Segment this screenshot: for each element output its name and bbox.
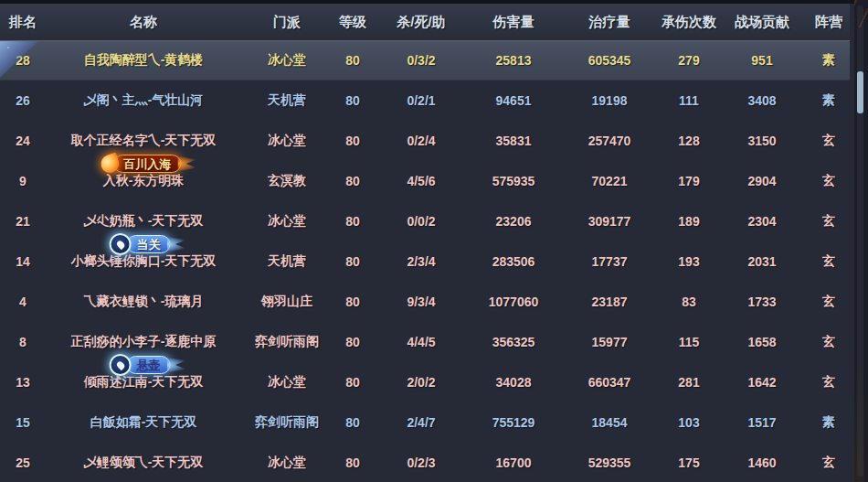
level-cell: 80 [333,322,373,362]
sect-cell: 冰心堂 [241,41,333,80]
damage-cell: 94651 [470,80,557,121]
column-header-healing: 治疗量 [557,4,662,40]
healing-cell: 605345 [557,41,662,80]
sect-cell: 弈剑听雨阁 [241,322,333,362]
faction-cell: 素 [808,80,850,121]
kda-cell: 4/5/6 [373,161,470,201]
damage-cell: 23206 [470,201,557,241]
hits-taken-cell: 193 [662,241,716,282]
table-row[interactable]: 28 自我陶醉型乀-黄鹤楼 冰心堂 80 0/3/2 25813 605345 … [0,40,850,80]
player-name: 自我陶醉型乀-黄鹤楼 [84,52,204,69]
column-header-level: 等级 [333,4,373,40]
table-row[interactable]: 15 白飯如霜-天下无双 弈剑听雨阁 80 2/4/7 755129 18454… [0,402,850,443]
level-cell: 80 [333,282,373,322]
table-body: 28 自我陶醉型乀-黄鹤楼 冰心堂 80 0/3/2 25813 605345 … [0,40,850,482]
player-name-cell: 乄阁丶主灬-气壮山河 [46,80,241,121]
hits-taken-cell: 83 [662,282,716,322]
player-name: 小榔头锤你胸口-天下无双 [71,253,217,270]
column-header-rank: 排名 [0,4,46,40]
faction-cell: 玄 [808,443,850,482]
rank-cell: 24 [0,121,46,161]
rank-cell: 13 [0,362,46,402]
damage-cell: 35831 [470,121,557,161]
kda-cell: 0/0/2 [373,201,470,241]
rank-cell: 25 [0,443,46,482]
level-cell: 80 [333,241,373,282]
column-header-damage: 伤害量 [470,4,557,40]
damage-cell: 356325 [470,322,557,362]
player-name-cell: 悬壶 倾雨述江南-天下无双 [46,362,241,402]
level-cell: 80 [333,121,373,161]
healing-cell: 309177 [557,201,662,241]
player-name: 乄尐奶瓶丶-天下无双 [84,213,204,230]
faction-cell: 玄 [808,322,850,362]
contribution-cell: 1460 [716,443,808,482]
contribution-cell: 951 [716,41,808,80]
rank-cell: 28 [0,41,46,80]
contribution-cell: 1642 [716,362,808,402]
kda-cell: 0/2/3 [373,443,470,482]
player-name: 正刮痧的小李子-逐鹿中原 [71,334,217,350]
hits-taken-cell: 179 [662,161,716,201]
player-name-cell: 乁藏衣鲤锁丶-琉璃月 [46,282,241,322]
player-name: 白飯如霜-天下无双 [90,414,197,431]
level-cell: 80 [333,80,373,121]
column-header-name: 名称 [46,4,241,40]
healing-cell: 23187 [557,282,662,322]
kda-cell: 0/3/2 [373,41,470,80]
damage-cell: 1077060 [470,282,557,322]
table-row[interactable]: 21 乄尐奶瓶丶-天下无双 冰心堂 80 0/0/2 23206 309177 … [0,201,850,241]
scrollbar-track[interactable] [857,5,863,477]
kda-cell: 0/2/1 [373,80,470,121]
kda-cell: 2/0/2 [373,362,470,402]
level-cell: 80 [333,443,373,482]
table-row[interactable]: 13 悬壶 倾雨述江南-天下无双 冰心堂 80 2/0/2 34028 6603… [0,362,850,402]
player-name-cell: 乄尐奶瓶丶-天下无双 [46,201,241,241]
hits-taken-cell: 115 [662,322,716,362]
table-row[interactable]: 25 乄鲤颂颂乁-天下无双 冰心堂 80 0/2/3 16700 529355 … [0,443,850,482]
player-name-cell: 白飯如霜-天下无双 [46,402,241,443]
sect-cell: 冰心堂 [241,201,333,241]
contribution-cell: 2904 [716,161,808,201]
faction-cell: 玄 [808,241,850,282]
faction-cell: 素 [808,41,850,80]
player-name-cell: 正刮痧的小李子-逐鹿中原 [46,322,241,362]
faction-cell: 素 [808,402,850,443]
hits-taken-cell: 281 [662,362,716,402]
faction-cell: 玄 [808,362,850,402]
scrollbar-thumb[interactable] [857,71,863,113]
damage-cell: 283506 [470,241,557,282]
kda-cell: 2/3/4 [373,241,470,282]
hits-taken-cell: 279 [662,41,716,80]
hits-taken-cell: 175 [662,443,716,482]
sect-cell: 冰心堂 [241,121,333,161]
table-row[interactable]: 24 取个正经名字乀-天下无双 冰心堂 80 0/2/4 35831 25747… [0,121,850,161]
contribution-cell: 3408 [716,80,808,121]
faction-cell: 玄 [808,201,850,241]
sect-cell: 冰心堂 [241,443,333,482]
table-row[interactable]: 26 乄阁丶主灬-气壮山河 天机营 80 0/2/1 94651 19198 1… [0,80,850,121]
rank-cell: 9 [0,161,46,201]
healing-cell: 257470 [557,121,662,161]
player-name: 乁藏衣鲤锁丶-琉璃月 [84,294,204,310]
faction-cell: 玄 [808,282,850,322]
table-row[interactable]: 4 乁藏衣鲤锁丶-琉璃月 翎羽山庄 80 9/3/4 1077060 23187… [0,282,850,322]
contribution-cell: 2031 [716,241,808,282]
player-name-cell: 乄鲤颂颂乁-天下无双 [46,443,241,482]
column-header-sect: 门派 [241,4,333,40]
level-cell: 80 [333,41,373,80]
table-row[interactable]: 9 百川入海 入秋-东方明珠 玄溟教 80 4/5/6 575935 70221… [0,161,850,201]
healing-cell: 19198 [557,80,662,121]
table-row[interactable]: 14 当关 小榔头锤你胸口-天下无双 天机营 80 2/3/4 283506 1… [0,241,850,282]
faction-cell: 玄 [808,161,850,201]
contribution-cell: 2304 [716,201,808,241]
column-header-hits_taken: 承伤次数 [662,4,716,40]
table-row[interactable]: 8 正刮痧的小李子-逐鹿中原 弈剑听雨阁 80 4/4/5 356325 159… [0,322,850,362]
rank-cell: 15 [0,402,46,443]
player-name-cell: 取个正经名字乀-天下无双 [46,121,241,161]
sect-cell: 天机营 [241,241,333,282]
level-cell: 80 [333,402,373,443]
rank-cell: 8 [0,322,46,362]
level-cell: 80 [333,161,373,201]
player-name-cell: 百川入海 入秋-东方明珠 [46,161,241,201]
